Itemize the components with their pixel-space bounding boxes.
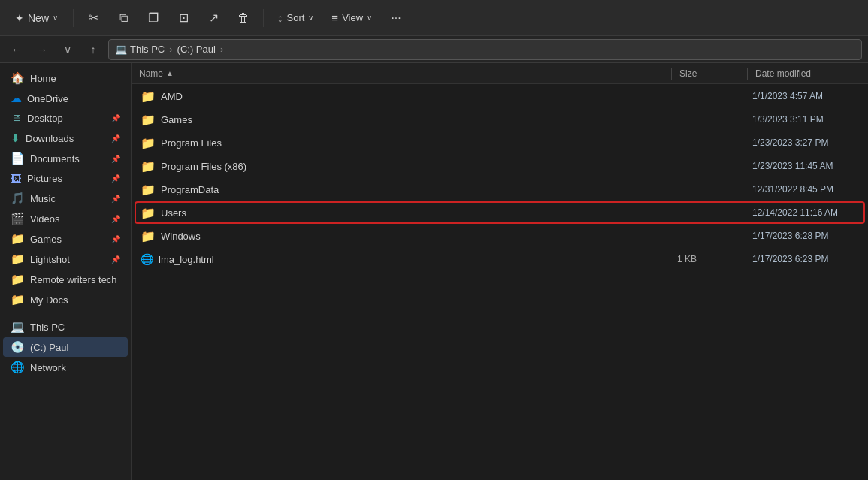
address-icon: 💻 xyxy=(115,44,127,55)
sidebar-item-c-drive-label: (C:) Paul xyxy=(30,342,120,353)
file-name-cell: 📁 Windows xyxy=(135,229,670,243)
address-path[interactable]: 💻 This PC › (C:) Paul › xyxy=(108,39,862,60)
music-icon: 🎵 xyxy=(11,192,25,205)
pin-icon-pictures: 📌 xyxy=(111,174,120,183)
sidebar-item-games-label: Games xyxy=(30,234,106,245)
sidebar-item-videos-label: Videos xyxy=(30,213,106,225)
sidebar: 🏠 Home ☁ OneDrive 🖥 Desktop 📌 ⬇ Download… xyxy=(0,63,132,480)
sidebar-item-c-drive[interactable]: 💿 (C:) Paul xyxy=(3,337,128,357)
view-chevron: ∨ xyxy=(367,14,372,22)
pictures-icon: 🖼 xyxy=(11,172,22,185)
desktop-icon: 🖥 xyxy=(11,112,22,125)
sidebar-item-videos[interactable]: 🎬 Videos 📌 xyxy=(3,209,128,228)
table-row[interactable]: 🌐 lma_log.html 1 KB 1/17/2023 6:23 PM xyxy=(135,248,865,270)
table-row[interactable]: 📁 ProgramData 12/31/2022 8:45 PM xyxy=(135,178,865,201)
main: 🏠 Home ☁ OneDrive 🖥 Desktop 📌 ⬇ Download… xyxy=(0,63,868,480)
table-row[interactable]: 📁 Users 12/14/2022 11:16 AM xyxy=(135,201,865,224)
file-name-text: Users xyxy=(161,207,186,219)
pin-icon-lightshot: 📌 xyxy=(111,255,120,264)
sort-chevron: ∨ xyxy=(308,14,313,22)
file-name-cell: 📁 Program Files (x86) xyxy=(135,159,670,174)
my-docs-icon: 📁 xyxy=(11,293,25,306)
remote-writers-icon: 📁 xyxy=(11,273,25,286)
back-button[interactable]: ← xyxy=(6,39,27,60)
col-name[interactable]: Name ▲ xyxy=(132,68,671,79)
forward-button[interactable]: → xyxy=(32,39,53,60)
sidebar-item-pictures-label: Pictures xyxy=(27,173,106,184)
address-segment-2: (C:) Paul xyxy=(177,44,216,55)
up-button[interactable]: ↑ xyxy=(83,39,104,60)
file-date-cell: 12/14/2022 11:16 AM xyxy=(745,207,865,218)
sidebar-item-music-label: Music xyxy=(30,193,106,204)
sidebar-item-pictures[interactable]: 🖼 Pictures 📌 xyxy=(3,169,128,188)
sort-button[interactable]: ↕ Sort ∨ xyxy=(270,8,321,28)
network-icon: 🌐 xyxy=(11,361,25,374)
more-button[interactable]: ··· xyxy=(383,6,410,30)
sidebar-item-games[interactable]: 📁 Games 📌 xyxy=(3,229,128,249)
new-button[interactable]: ✦ New ∨ xyxy=(6,8,67,28)
sidebar-item-desktop[interactable]: 🖥 Desktop 📌 xyxy=(3,109,128,128)
sidebar-item-remote-writers-label: Remote writers tech xyxy=(30,274,120,285)
table-row[interactable]: 📁 Program Files 1/23/2023 3:27 PM xyxy=(135,131,865,154)
sidebar-item-onedrive[interactable]: ☁ OneDrive xyxy=(3,89,128,108)
home-icon: 🏠 xyxy=(11,71,25,85)
sort-icon: ↕ xyxy=(277,11,283,24)
sidebar-item-onedrive-label: OneDrive xyxy=(27,93,120,104)
recent-locations-button[interactable]: ∨ xyxy=(57,39,78,60)
c-drive-icon: 💿 xyxy=(11,340,25,354)
sidebar-item-this-pc[interactable]: 💻 This PC xyxy=(3,317,128,337)
html-file-icon: 🌐 xyxy=(141,253,153,265)
rename-button[interactable]: ⊡ xyxy=(170,6,197,30)
new-icon: ✦ xyxy=(15,12,24,24)
sidebar-item-my-docs[interactable]: 📁 My Docs xyxy=(3,290,128,309)
delete-button[interactable]: 🗑 xyxy=(230,6,257,30)
sidebar-item-lightshot-label: Lightshot xyxy=(30,254,106,265)
file-name-text: ProgramData xyxy=(161,184,219,195)
paste-button[interactable]: ❐ xyxy=(140,6,167,30)
sidebar-item-remote-writers[interactable]: 📁 Remote writers tech xyxy=(3,270,128,289)
sidebar-item-network-label: Network xyxy=(30,362,120,373)
col-date-label: Date modified xyxy=(755,68,811,79)
sidebar-item-my-docs-label: My Docs xyxy=(30,294,120,306)
file-date-cell: 1/1/2023 4:57 AM xyxy=(745,91,865,101)
table-row[interactable]: 📁 AMD 1/1/2023 4:57 AM xyxy=(135,85,865,107)
sidebar-item-home-label: Home xyxy=(30,73,120,84)
new-chevron: ∨ xyxy=(53,14,58,22)
path-sep-1: › xyxy=(169,44,172,55)
filelist-header: Name ▲ Size Date modified xyxy=(132,63,868,84)
sidebar-item-lightshot[interactable]: 📁 Lightshot 📌 xyxy=(3,249,128,269)
file-name-text: Program Files xyxy=(161,137,222,149)
sidebar-item-network[interactable]: 🌐 Network xyxy=(3,358,128,377)
file-name-text: Games xyxy=(161,114,192,125)
view-icon: ≡ xyxy=(331,11,338,24)
folder-icon: 📁 xyxy=(141,89,156,104)
file-date-cell: 1/17/2023 6:23 PM xyxy=(745,254,865,264)
view-label: View xyxy=(342,12,363,23)
cut-button[interactable]: ✂ xyxy=(80,6,107,30)
folder-icon: 📁 xyxy=(141,159,156,174)
sidebar-item-downloads[interactable]: ⬇ Downloads 📌 xyxy=(3,128,128,148)
pin-icon-desktop: 📌 xyxy=(111,114,120,122)
share-button[interactable]: ↗ xyxy=(200,6,227,30)
sidebar-item-downloads-label: Downloads xyxy=(26,133,106,144)
view-button[interactable]: ≡ View ∨ xyxy=(324,8,380,28)
table-row[interactable]: 📁 Games 1/3/2023 3:11 PM xyxy=(135,108,865,131)
col-date[interactable]: Date modified xyxy=(748,68,868,79)
toolbar-separator-2 xyxy=(263,9,264,27)
table-row[interactable]: 📁 Program Files (x86) 1/23/2023 11:45 AM xyxy=(135,155,865,177)
videos-icon: 🎬 xyxy=(11,212,25,225)
sidebar-item-music[interactable]: 🎵 Music 📌 xyxy=(3,189,128,208)
filelist: Name ▲ Size Date modified 📁 AMD 1/1/2023… xyxy=(132,63,868,480)
sidebar-item-desktop-label: Desktop xyxy=(27,113,106,124)
address-segment-1: This PC xyxy=(130,44,165,55)
folder-icon: 📁 xyxy=(141,113,156,127)
col-size-label: Size xyxy=(679,68,697,79)
pin-icon-games: 📌 xyxy=(111,235,120,243)
col-size[interactable]: Size xyxy=(672,68,747,79)
sidebar-item-documents[interactable]: 📄 Documents 📌 xyxy=(3,149,128,168)
folder-icon: 📁 xyxy=(141,229,156,243)
copy-button[interactable]: ⧉ xyxy=(110,6,137,30)
more-icon: ··· xyxy=(391,11,401,25)
sidebar-item-home[interactable]: 🏠 Home xyxy=(3,68,128,88)
table-row[interactable]: 📁 Windows 1/17/2023 6:28 PM xyxy=(135,225,865,247)
